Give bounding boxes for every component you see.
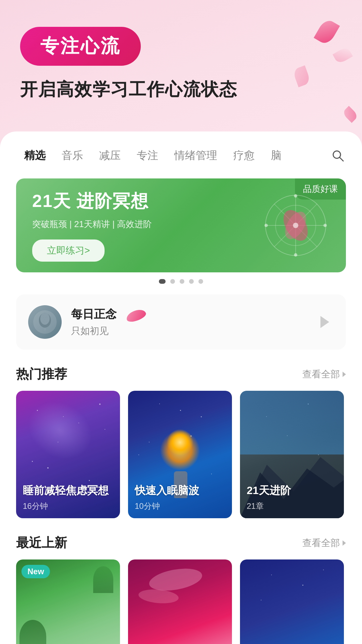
tab-emotion[interactable]: 情绪管理 bbox=[166, 145, 225, 166]
tab-brain[interactable]: 脑 bbox=[263, 145, 290, 166]
new-card-image-3 bbox=[240, 559, 344, 644]
search-button[interactable] bbox=[330, 148, 346, 164]
new-card-2[interactable] bbox=[128, 559, 232, 644]
banner-carousel: 品质好课 21天 进阶冥想 突破瓶颈 | 21天精讲 | 高效进阶 立即练习> bbox=[0, 166, 362, 284]
hot-more-text: 查看全部 bbox=[302, 368, 340, 381]
new-card-3[interactable] bbox=[240, 559, 344, 644]
dot-3[interactable] bbox=[180, 279, 184, 284]
svg-point-11 bbox=[323, 224, 327, 227]
dot-2[interactable] bbox=[170, 279, 175, 284]
card-image-2: 快速入眠脑波 10分钟 bbox=[128, 391, 232, 518]
card-text-1: 睡前减轻焦虑冥想 16分钟 bbox=[23, 483, 109, 512]
svg-point-14 bbox=[293, 223, 298, 228]
card-text-2: 快速入眠脑波 10分钟 bbox=[135, 483, 199, 512]
new-card-image-2 bbox=[128, 559, 232, 644]
tab-featured[interactable]: 精选 bbox=[16, 145, 54, 166]
hot-cards-scroll: 睡前减轻焦虑冥想 16分钟 bbox=[0, 391, 362, 518]
svg-rect-18 bbox=[33, 310, 57, 334]
chevron-right-icon-2 bbox=[343, 540, 346, 546]
daily-info: 每日正念 只如初见 bbox=[71, 307, 304, 337]
svg-point-10 bbox=[264, 224, 268, 227]
svg-line-1 bbox=[340, 157, 343, 161]
banner-practice-button[interactable]: 立即练习> bbox=[32, 239, 105, 262]
hero-section: 专注心流 开启高效学习工作心流状态 bbox=[0, 0, 362, 121]
hero-badge: 专注心流 bbox=[20, 27, 141, 66]
tab-focus[interactable]: 专注 bbox=[129, 145, 166, 166]
card-meta-1: 16分钟 bbox=[23, 501, 109, 512]
new-more-text: 查看全部 bbox=[302, 537, 340, 549]
banner-title: 21天 进阶冥想 bbox=[32, 190, 152, 213]
new-card-1[interactable]: New bbox=[16, 559, 120, 644]
daily-title: 每日正念 bbox=[71, 307, 117, 322]
daily-avatar bbox=[28, 305, 62, 339]
hot-card-3[interactable]: 21天进阶 21章 bbox=[240, 391, 344, 518]
daily-mindfulness-card[interactable]: 每日正念 只如初见 bbox=[16, 294, 346, 350]
dot-5[interactable] bbox=[198, 279, 203, 284]
hot-card-1[interactable]: 睡前减轻焦虑冥想 16分钟 bbox=[16, 391, 120, 518]
card-text-3: 21天进阶 21章 bbox=[247, 483, 291, 512]
new-section-header: 最近上新 查看全部 bbox=[0, 518, 362, 559]
main-content-card: 精选 音乐 减压 专注 情绪管理 疗愈 脑 品质好课 21天 进阶冥想 突破瓶颈… bbox=[0, 131, 362, 644]
daily-petal-decoration bbox=[125, 308, 147, 324]
new-badge: New bbox=[21, 565, 50, 578]
svg-point-9 bbox=[294, 253, 297, 257]
tab-navigation: 精选 音乐 减压 专注 情绪管理 疗愈 脑 bbox=[0, 131, 362, 166]
tab-music[interactable]: 音乐 bbox=[54, 145, 91, 166]
card-image-1: 睡前减轻焦虑冥想 16分钟 bbox=[16, 391, 120, 518]
card-name-2: 快速入眠脑波 bbox=[135, 483, 199, 498]
card-image-3: 21天进阶 21章 bbox=[240, 391, 344, 518]
hot-section-more[interactable]: 查看全部 bbox=[302, 368, 346, 381]
play-icon bbox=[320, 316, 329, 328]
dot-1[interactable] bbox=[159, 279, 166, 284]
card-name-3: 21天进阶 bbox=[247, 483, 291, 498]
svg-point-8 bbox=[294, 194, 297, 198]
hot-card-2[interactable]: 快速入眠脑波 10分钟 bbox=[128, 391, 232, 518]
hero-subtitle: 开启高效学习工作心流状态 bbox=[20, 78, 342, 101]
card-meta-3: 21章 bbox=[247, 501, 291, 512]
play-button[interactable] bbox=[314, 312, 334, 332]
new-cards-scroll: New bbox=[0, 559, 362, 644]
tab-destress[interactable]: 减压 bbox=[91, 145, 129, 166]
banner-decoration bbox=[259, 189, 333, 262]
dot-4[interactable] bbox=[189, 279, 194, 284]
banner-content: 21天 进阶冥想 突破瓶颈 | 21天精讲 | 高效进阶 立即练习> bbox=[16, 178, 168, 272]
banner-dots bbox=[16, 279, 346, 284]
tab-heal[interactable]: 疗愈 bbox=[225, 145, 263, 166]
hot-section-title: 热门推荐 bbox=[16, 366, 67, 383]
banner-desc: 突破瓶颈 | 21天精讲 | 高效进阶 bbox=[32, 218, 152, 230]
new-section-more[interactable]: 查看全部 bbox=[302, 537, 346, 549]
banner-card[interactable]: 品质好课 21天 进阶冥想 突破瓶颈 | 21天精讲 | 高效进阶 立即练习> bbox=[16, 178, 346, 272]
daily-subtitle: 只如初见 bbox=[71, 325, 304, 337]
card-name-1: 睡前减轻焦虑冥想 bbox=[23, 483, 109, 498]
hot-section-header: 热门推荐 查看全部 bbox=[0, 350, 362, 391]
chevron-right-icon bbox=[343, 372, 346, 377]
new-section-title: 最近上新 bbox=[16, 534, 67, 551]
card-meta-2: 10分钟 bbox=[135, 501, 199, 512]
